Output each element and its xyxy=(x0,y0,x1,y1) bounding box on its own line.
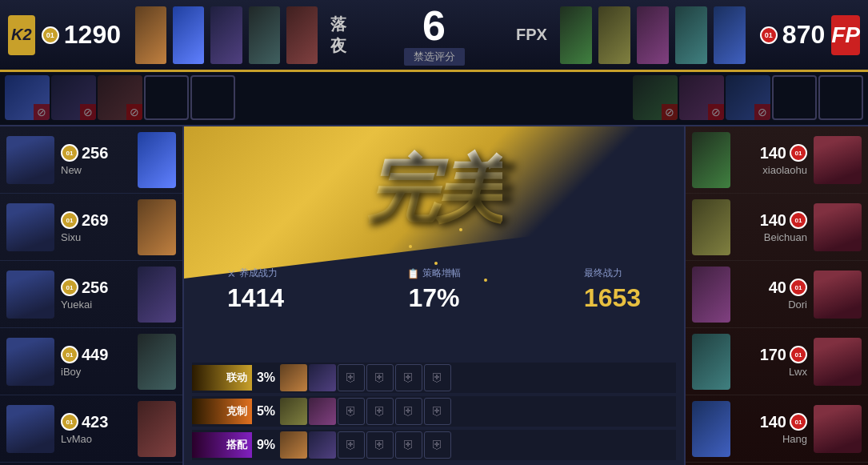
player-face-left-2 xyxy=(6,203,54,251)
player-champ-left-4 xyxy=(138,334,176,390)
right-pick-1 xyxy=(560,6,592,64)
player-name-left-3: Yuekai xyxy=(61,299,138,311)
synergy-champs-1: ⛨⛨⛨⛨ xyxy=(280,364,676,391)
center-panel: 完美 ⚔ 养成战力 1414 📋 策略增幅 xyxy=(184,126,684,465)
team-left-score: 1290 xyxy=(64,20,121,50)
right-pick-3 xyxy=(637,6,669,64)
player-face-right-1 xyxy=(814,136,862,184)
player-score-icon-left-4: 01 xyxy=(61,346,78,363)
player-champ-right-5 xyxy=(692,401,730,457)
synergy-row-2: 克制 5% ⛨⛨⛨⛨ xyxy=(192,396,676,427)
player-champ-right-4 xyxy=(692,334,730,390)
player-info-left-4: 01 449 iBoy xyxy=(61,346,138,378)
synergy-empty-2-3: ⛨ xyxy=(395,398,422,425)
synergy-empty-2-2: ⛨ xyxy=(366,398,394,425)
player-name-right-2: Beichuan xyxy=(730,231,807,243)
player-score-row-left-1: 01 256 xyxy=(61,144,138,162)
match-score: 6 xyxy=(422,5,446,46)
player-name-left-4: iBoy xyxy=(61,366,138,378)
player-info-left-3: 01 256 Yuekai xyxy=(61,279,138,311)
synergy-champ-3-2 xyxy=(309,431,336,459)
player-info-right-4: 170 01 Lwx xyxy=(730,346,807,378)
ban-left-5 xyxy=(190,75,235,120)
player-score-row-left-3: 01 256 xyxy=(61,279,138,297)
player-champ-left-5 xyxy=(138,401,176,457)
player-info-right-1: 140 01 xiaolaohu xyxy=(730,144,807,176)
player-score-icon-left-5: 01 xyxy=(61,413,78,431)
ban-left-2: ⊘ xyxy=(51,75,96,120)
ban-right-1: ⊘ xyxy=(633,75,678,120)
right-pick-4 xyxy=(675,6,707,64)
team-left-alias: 落夜 xyxy=(330,14,352,57)
player-score-icon-right-3: 01 xyxy=(790,279,807,296)
ban-label: 禁选评分 xyxy=(404,48,465,66)
player-name-left-2: Sixu xyxy=(61,231,138,243)
player-score-row-right-2: 140 01 xyxy=(730,211,807,230)
synergy-row-1: 联动 3% ⛨⛨⛨⛨ xyxy=(192,363,676,393)
left-pick-5 xyxy=(286,6,318,64)
right-player-5: 140 01 Hang xyxy=(686,395,868,463)
player-face-left-1 xyxy=(6,136,54,184)
player-name-right-1: xiaolaohu xyxy=(730,164,807,176)
ban-left-1: ⊘ xyxy=(5,75,50,120)
player-champ-right-2 xyxy=(692,199,730,255)
synergy-empty-2-4: ⛨ xyxy=(424,398,451,425)
stat-cultivate-value: 1414 xyxy=(227,283,284,313)
player-face-right-2 xyxy=(814,203,862,251)
player-face-right-5 xyxy=(814,405,862,453)
player-name-right-3: Dori xyxy=(730,299,807,311)
ban-row-center xyxy=(352,72,516,125)
team-right-score: 870 xyxy=(782,20,825,50)
team-right-score-group: 01 870 xyxy=(760,20,825,50)
player-score-row-right-3: 40 01 xyxy=(730,279,807,297)
player-champ-right-1 xyxy=(692,132,730,188)
left-player-1: 01 256 New xyxy=(0,126,182,194)
player-champ-left-3 xyxy=(138,267,176,323)
stat-final: 最终战力 1653 xyxy=(584,267,641,313)
player-score-left-1: 256 xyxy=(82,144,108,162)
synergy-champ-2-2 xyxy=(309,398,336,425)
ban-row: ⊘ ⊘ ⊘ ⊘ ⊘ ⊘ xyxy=(0,72,868,126)
player-info-left-2: 01 269 Sixu xyxy=(61,211,138,243)
player-info-right-2: 140 01 Beichuan xyxy=(730,211,807,243)
synergy-pct-2: 5% xyxy=(252,404,280,419)
ban-left-3: ⊘ xyxy=(98,75,142,120)
player-score-left-2: 269 xyxy=(82,211,108,230)
player-score-row-right-4: 170 01 xyxy=(730,346,807,364)
player-info-right-5: 140 01 Hang xyxy=(730,413,807,445)
player-face-right-4 xyxy=(814,338,862,386)
team-left-score-group: 01 1290 xyxy=(42,20,121,50)
team-left: K2 01 1290 落夜 xyxy=(0,6,352,64)
stat-strategy-value: 17% xyxy=(407,283,461,313)
player-score-right-2: 140 xyxy=(760,211,786,230)
wanmei-banner: 完美 xyxy=(184,126,684,279)
ban-row-left: ⊘ ⊘ ⊘ xyxy=(0,72,352,125)
player-score-row-left-2: 01 269 xyxy=(61,211,138,230)
player-face-left-5 xyxy=(6,405,54,453)
right-player-2: 140 01 Beichuan xyxy=(686,194,868,261)
left-players-panel: 01 256 New 01 269 Sixu 01 256 Yuekai xyxy=(0,126,184,465)
team-left-logo: K2 xyxy=(8,15,35,55)
synergy-champs-3: ⛨⛨⛨⛨ xyxy=(280,431,676,459)
stat-strategy: 📋 策略增幅 17% xyxy=(407,267,461,313)
synergy-row-3: 搭配 9% ⛨⛨⛨⛨ xyxy=(192,430,676,460)
synergy-empty-3-1: ⛨ xyxy=(338,431,365,459)
ban-row-right: ⊘ ⊘ ⊘ xyxy=(516,72,868,125)
header: K2 01 1290 落夜 6 禁选评分 FPX 01 870 FP xyxy=(0,0,868,72)
left-pick-3 xyxy=(210,6,242,64)
player-score-icon-right-2: 01 xyxy=(790,211,807,229)
synergy-empty-3-4: ⛨ xyxy=(424,431,451,459)
stat-cultivate: ⚔ 养成战力 1414 xyxy=(227,267,284,313)
left-player-3: 01 256 Yuekai xyxy=(0,261,182,328)
center-score-section: 6 禁选评分 xyxy=(352,5,516,66)
player-score-right-4: 170 xyxy=(760,346,786,364)
synergy-label-3: 搭配 xyxy=(192,432,252,458)
player-score-icon-right-5: 01 xyxy=(790,413,807,431)
ban-right-3: ⊘ xyxy=(726,75,770,120)
synergy-empty-1-1: ⛨ xyxy=(338,364,365,391)
player-name-left-1: New xyxy=(61,164,138,176)
player-score-icon-right-1: 01 xyxy=(790,144,807,162)
synergy-champ-1-2 xyxy=(309,364,336,391)
stat-final-value: 1653 xyxy=(584,283,641,313)
right-player-1: 140 01 xiaolaohu xyxy=(686,126,868,194)
